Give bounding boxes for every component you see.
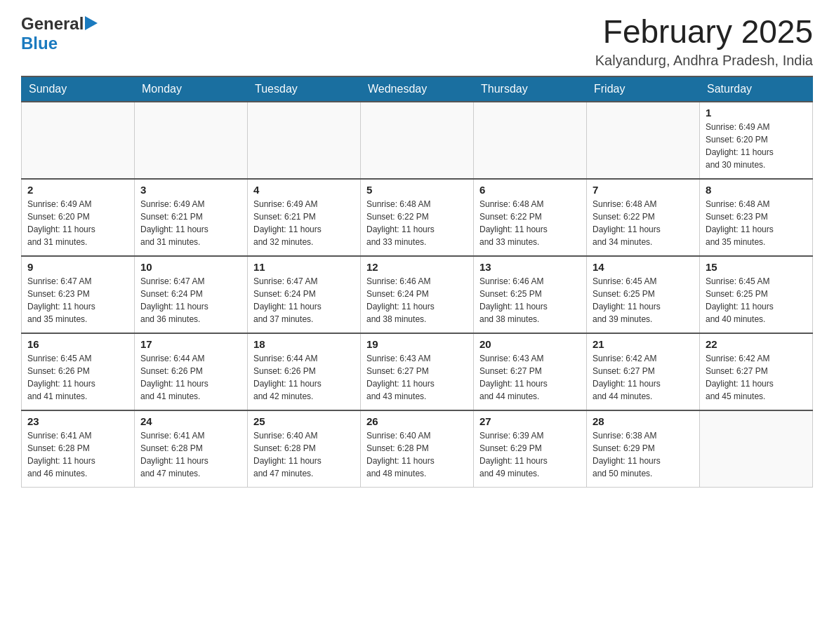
logo-arrow-icon	[85, 16, 98, 33]
weekday-header-wednesday: Wednesday	[361, 76, 474, 102]
day-info: Sunrise: 6:42 AM Sunset: 6:27 PM Dayligh…	[706, 352, 807, 403]
calendar-cell: 22Sunrise: 6:42 AM Sunset: 6:27 PM Dayli…	[700, 333, 813, 410]
weekday-header-friday: Friday	[587, 76, 700, 102]
calendar-cell: 28Sunrise: 6:38 AM Sunset: 6:29 PM Dayli…	[587, 410, 700, 488]
day-number: 9	[27, 261, 128, 273]
day-info: Sunrise: 6:40 AM Sunset: 6:28 PM Dayligh…	[253, 429, 355, 480]
calendar-cell: 11Sunrise: 6:47 AM Sunset: 6:24 PM Dayli…	[248, 256, 361, 333]
calendar-cell: 27Sunrise: 6:39 AM Sunset: 6:29 PM Dayli…	[474, 410, 587, 488]
day-number: 3	[140, 184, 241, 196]
day-info: Sunrise: 6:48 AM Sunset: 6:22 PM Dayligh…	[593, 198, 694, 248]
calendar-cell: 1Sunrise: 6:49 AM Sunset: 6:20 PM Daylig…	[700, 102, 813, 179]
calendar-cell	[587, 102, 700, 179]
calendar-cell	[474, 102, 587, 179]
day-info: Sunrise: 6:49 AM Sunset: 6:20 PM Dayligh…	[27, 198, 128, 248]
day-info: Sunrise: 6:45 AM Sunset: 6:26 PM Dayligh…	[27, 352, 128, 403]
day-number: 17	[140, 338, 241, 350]
calendar-cell	[700, 410, 813, 488]
day-number: 18	[253, 338, 355, 350]
calendar-cell: 14Sunrise: 6:45 AM Sunset: 6:25 PM Dayli…	[587, 256, 700, 333]
day-info: Sunrise: 6:49 AM Sunset: 6:20 PM Dayligh…	[706, 121, 807, 171]
weekday-header-saturday: Saturday	[700, 76, 813, 102]
weekday-header-monday: Monday	[135, 76, 248, 102]
day-number: 23	[27, 415, 128, 427]
weekday-header-sunday: Sunday	[22, 76, 135, 102]
day-info: Sunrise: 6:47 AM Sunset: 6:24 PM Dayligh…	[253, 275, 355, 326]
day-info: Sunrise: 6:43 AM Sunset: 6:27 PM Dayligh…	[366, 352, 468, 403]
day-number: 2	[27, 184, 128, 196]
day-number: 7	[593, 184, 694, 196]
day-info: Sunrise: 6:42 AM Sunset: 6:27 PM Dayligh…	[593, 352, 694, 403]
day-number: 27	[479, 415, 581, 427]
week-row-4: 16Sunrise: 6:45 AM Sunset: 6:26 PM Dayli…	[22, 333, 813, 410]
calendar-cell: 24Sunrise: 6:41 AM Sunset: 6:28 PM Dayli…	[135, 410, 248, 488]
day-info: Sunrise: 6:46 AM Sunset: 6:24 PM Dayligh…	[366, 275, 468, 326]
month-title: February 2025	[595, 14, 813, 50]
day-number: 1	[706, 107, 807, 119]
week-row-1: 1Sunrise: 6:49 AM Sunset: 6:20 PM Daylig…	[22, 102, 813, 179]
calendar-cell: 25Sunrise: 6:40 AM Sunset: 6:28 PM Dayli…	[248, 410, 361, 488]
calendar-cell	[248, 102, 361, 179]
day-number: 8	[706, 184, 807, 196]
day-info: Sunrise: 6:41 AM Sunset: 6:28 PM Dayligh…	[27, 429, 128, 480]
day-number: 4	[253, 184, 355, 196]
day-number: 21	[593, 338, 694, 350]
day-info: Sunrise: 6:49 AM Sunset: 6:21 PM Dayligh…	[140, 198, 241, 248]
day-number: 22	[706, 338, 807, 350]
weekday-header-thursday: Thursday	[474, 76, 587, 102]
day-number: 20	[479, 338, 581, 350]
day-info: Sunrise: 6:46 AM Sunset: 6:25 PM Dayligh…	[479, 275, 581, 326]
title-block: February 2025 Kalyandurg, Andhra Pradesh…	[595, 14, 813, 69]
day-info: Sunrise: 6:47 AM Sunset: 6:23 PM Dayligh…	[27, 275, 128, 326]
svg-marker-0	[85, 16, 98, 30]
day-info: Sunrise: 6:47 AM Sunset: 6:24 PM Dayligh…	[140, 275, 241, 326]
day-number: 16	[27, 338, 128, 350]
calendar-cell	[22, 102, 135, 179]
day-number: 28	[593, 415, 694, 427]
day-number: 14	[593, 261, 694, 273]
calendar-header-row: SundayMondayTuesdayWednesdayThursdayFrid…	[22, 76, 813, 102]
day-number: 24	[140, 415, 241, 427]
day-number: 13	[479, 261, 581, 273]
day-info: Sunrise: 6:48 AM Sunset: 6:22 PM Dayligh…	[366, 198, 468, 248]
calendar-cell: 4Sunrise: 6:49 AM Sunset: 6:21 PM Daylig…	[248, 179, 361, 256]
calendar-cell: 12Sunrise: 6:46 AM Sunset: 6:24 PM Dayli…	[361, 256, 474, 333]
calendar-cell: 2Sunrise: 6:49 AM Sunset: 6:20 PM Daylig…	[22, 179, 135, 256]
logo-blue-text: Blue	[21, 34, 58, 53]
page-header: General Blue February 2025 Kalyandurg, A…	[21, 14, 813, 69]
calendar-cell: 18Sunrise: 6:44 AM Sunset: 6:26 PM Dayli…	[248, 333, 361, 410]
day-info: Sunrise: 6:48 AM Sunset: 6:22 PM Dayligh…	[479, 198, 581, 248]
day-info: Sunrise: 6:48 AM Sunset: 6:23 PM Dayligh…	[706, 198, 807, 248]
calendar-cell: 13Sunrise: 6:46 AM Sunset: 6:25 PM Dayli…	[474, 256, 587, 333]
calendar-cell: 19Sunrise: 6:43 AM Sunset: 6:27 PM Dayli…	[361, 333, 474, 410]
day-info: Sunrise: 6:41 AM Sunset: 6:28 PM Dayligh…	[140, 429, 241, 480]
calendar-cell: 3Sunrise: 6:49 AM Sunset: 6:21 PM Daylig…	[135, 179, 248, 256]
day-info: Sunrise: 6:39 AM Sunset: 6:29 PM Dayligh…	[479, 429, 581, 480]
day-number: 12	[366, 261, 468, 273]
day-number: 10	[140, 261, 241, 273]
calendar-cell: 16Sunrise: 6:45 AM Sunset: 6:26 PM Dayli…	[22, 333, 135, 410]
calendar-cell: 5Sunrise: 6:48 AM Sunset: 6:22 PM Daylig…	[361, 179, 474, 256]
day-number: 6	[479, 184, 581, 196]
calendar-cell	[361, 102, 474, 179]
calendar-cell	[135, 102, 248, 179]
week-row-5: 23Sunrise: 6:41 AM Sunset: 6:28 PM Dayli…	[22, 410, 813, 488]
day-info: Sunrise: 6:38 AM Sunset: 6:29 PM Dayligh…	[593, 429, 694, 480]
calendar-cell: 6Sunrise: 6:48 AM Sunset: 6:22 PM Daylig…	[474, 179, 587, 256]
logo-general-text: General	[21, 14, 84, 34]
calendar-cell: 21Sunrise: 6:42 AM Sunset: 6:27 PM Dayli…	[587, 333, 700, 410]
calendar-cell: 20Sunrise: 6:43 AM Sunset: 6:27 PM Dayli…	[474, 333, 587, 410]
calendar-cell: 23Sunrise: 6:41 AM Sunset: 6:28 PM Dayli…	[22, 410, 135, 488]
week-row-3: 9Sunrise: 6:47 AM Sunset: 6:23 PM Daylig…	[22, 256, 813, 333]
calendar-cell: 10Sunrise: 6:47 AM Sunset: 6:24 PM Dayli…	[135, 256, 248, 333]
day-number: 26	[366, 415, 468, 427]
day-info: Sunrise: 6:44 AM Sunset: 6:26 PM Dayligh…	[140, 352, 241, 403]
calendar-cell: 17Sunrise: 6:44 AM Sunset: 6:26 PM Dayli…	[135, 333, 248, 410]
day-info: Sunrise: 6:45 AM Sunset: 6:25 PM Dayligh…	[706, 275, 807, 326]
day-info: Sunrise: 6:44 AM Sunset: 6:26 PM Dayligh…	[253, 352, 355, 403]
day-info: Sunrise: 6:43 AM Sunset: 6:27 PM Dayligh…	[479, 352, 581, 403]
day-info: Sunrise: 6:40 AM Sunset: 6:28 PM Dayligh…	[366, 429, 468, 480]
day-info: Sunrise: 6:45 AM Sunset: 6:25 PM Dayligh…	[593, 275, 694, 326]
calendar-cell: 15Sunrise: 6:45 AM Sunset: 6:25 PM Dayli…	[700, 256, 813, 333]
day-number: 15	[706, 261, 807, 273]
